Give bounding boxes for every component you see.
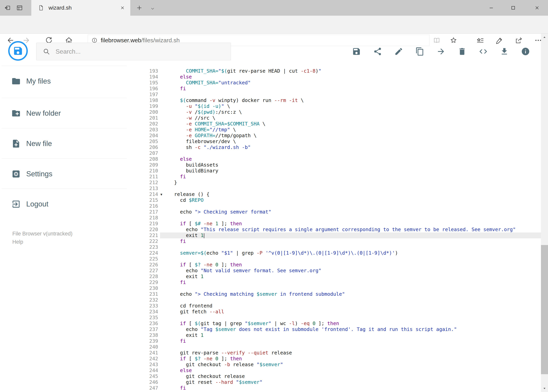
line-number: 236 <box>129 321 160 326</box>
delete-icon[interactable] <box>457 46 468 57</box>
code-line[interactable]: 195 COMMIT_SHA="untracked" <box>129 80 541 86</box>
code-line[interactable]: 208 else <box>129 156 541 162</box>
code-line[interactable]: 233 cd frontend <box>129 303 541 309</box>
line-number: 215 <box>129 197 160 203</box>
code-line[interactable]: 194 else <box>129 74 541 80</box>
edit-icon[interactable] <box>393 46 404 57</box>
page-scrollbar[interactable] <box>541 34 548 392</box>
web-note-pen-icon[interactable] <box>494 35 505 46</box>
maximize-icon[interactable] <box>502 0 524 16</box>
code-line[interactable]: 193 COMMIT_SHA="$(git rev-parse HEAD | c… <box>129 68 541 74</box>
code-line[interactable]: 220 echo "This release script requires a… <box>129 227 541 232</box>
line-number: 220 <box>129 227 160 232</box>
code-line[interactable]: 245 git checkout release <box>129 373 541 379</box>
sidebar-item-new-folder[interactable]: New folder <box>1 98 127 129</box>
fold-marker-icon[interactable]: ▾ <box>160 191 162 197</box>
code-line[interactable]: 221 exit 1 <box>129 232 541 238</box>
code-line[interactable]: 206 sh -c "./wizard.sh -b" <box>129 144 541 150</box>
code-line[interactable]: 212} <box>129 180 541 186</box>
scroll-down-icon[interactable] <box>541 385 548 392</box>
scrollbar-thumb[interactable] <box>541 245 548 374</box>
code-line[interactable]: 244 else <box>129 368 541 373</box>
share-page-icon[interactable] <box>513 35 524 46</box>
info-icon[interactable] <box>520 46 531 57</box>
code-line[interactable]: 243 git checkout -b release "$semver" <box>129 362 541 368</box>
settings-gear-icon <box>11 169 21 179</box>
close-icon[interactable] <box>526 0 548 16</box>
code-line[interactable]: 241 git rev-parse --verify --quiet relea… <box>129 350 541 356</box>
sidebar-item-logout[interactable]: Logout <box>1 189 127 219</box>
code-text: filebrowser/dev \ <box>160 139 541 144</box>
code-line[interactable]: 237 echo "Tag $semver does not exist in … <box>129 326 541 332</box>
move-icon[interactable] <box>436 46 446 57</box>
scroll-up-icon[interactable] <box>541 34 548 41</box>
download-icon[interactable] <box>499 46 510 57</box>
code-line[interactable]: 223 <box>129 244 541 250</box>
code-line[interactable]: 203 -e HOME="//tmp" \ <box>129 127 541 133</box>
code-line[interactable]: 247 fi <box>129 385 541 391</box>
code-line[interactable]: 210 buildBinary <box>129 168 541 174</box>
code-line[interactable]: 213 <box>129 186 541 191</box>
code-line[interactable]: 204 -e GOPATH=//tmp/gopath \ <box>129 133 541 139</box>
code-line[interactable]: 222 fi <box>129 238 541 244</box>
code-line[interactable]: 235 <box>129 315 541 321</box>
code-line[interactable]: 214▾release () { <box>129 191 541 197</box>
reading-view-icon[interactable] <box>431 35 442 46</box>
code-line[interactable]: 240 <box>129 344 541 350</box>
help-link[interactable]: Help <box>12 238 73 245</box>
code-line[interactable]: 211 fi <box>129 174 541 180</box>
sidebar-item-settings[interactable]: Settings <box>1 159 127 189</box>
code-line[interactable]: 230 <box>129 285 541 291</box>
code-line[interactable]: 236 if [ $(git tag | grep "$semver" | wc… <box>129 321 541 326</box>
new-tab-icon[interactable] <box>135 4 144 12</box>
code-line[interactable]: 227 echo "Not valid semver format. See s… <box>129 268 541 273</box>
tab-close-icon[interactable] <box>119 4 126 11</box>
sidebar-item-new-file[interactable]: New file <box>1 128 127 159</box>
code-line[interactable]: 234 git fetch --all <box>129 309 541 315</box>
code-line[interactable]: 219 if [ $# -ne 1 ]; then <box>129 221 541 227</box>
code-line[interactable]: 225 <box>129 256 541 262</box>
minimize-icon[interactable] <box>480 0 502 16</box>
save-icon[interactable] <box>351 46 362 57</box>
copy-icon[interactable] <box>414 46 425 57</box>
share-icon[interactable] <box>372 46 383 57</box>
sidebar-item-my-files[interactable]: My files <box>1 66 127 97</box>
search-input[interactable] <box>55 48 216 55</box>
code-line[interactable]: 209 buildAssets <box>129 162 541 168</box>
filebrowser-logo[interactable] <box>8 41 28 61</box>
code-icon[interactable] <box>478 46 489 57</box>
code-editor[interactable]: 193 COMMIT_SHA="$(git rev-parse HEAD | c… <box>129 68 541 392</box>
chevron-down-icon[interactable] <box>149 5 156 12</box>
code-line[interactable]: 215 cd $REPO <box>129 197 541 203</box>
tabs-preview-icon[interactable] <box>15 4 24 12</box>
line-number: 233 <box>129 303 160 309</box>
favorite-star-icon[interactable] <box>448 35 459 46</box>
code-line[interactable]: 228 exit 1 <box>129 273 541 280</box>
code-line[interactable]: 202 -e COMMIT_SHA=$COMMIT_SHA \ <box>129 121 541 127</box>
code-line[interactable]: 226 if [ $? -ne 0 ]; then <box>129 262 541 268</box>
code-line[interactable]: 232 <box>129 297 541 303</box>
code-line[interactable]: 231 echo "> Checking matching $semver in… <box>129 291 541 297</box>
code-line[interactable]: 199 -u "$(id -u)" \ <box>129 103 541 109</box>
code-line[interactable]: 196 fi <box>129 86 541 91</box>
code-line[interactable]: 239 fi <box>129 338 541 344</box>
code-line[interactable]: 201 -w //src \ <box>129 115 541 121</box>
code-line[interactable]: 218 <box>129 215 541 221</box>
code-line[interactable]: 224 semver=$(echo "$1" | grep -P '^v(0|[… <box>129 250 541 256</box>
code-line[interactable]: 216 <box>129 203 541 209</box>
code-line[interactable]: 229 fi <box>129 280 541 285</box>
search-box[interactable] <box>36 43 231 60</box>
browser-tab[interactable]: wizard.sh <box>31 0 130 16</box>
code-line[interactable]: 200 -v /$(pwd):/src:z \ <box>129 109 541 115</box>
code-line[interactable]: 242 if [ $? -ne 0 ]; then <box>129 356 541 362</box>
hub-favorites-icon[interactable] <box>475 35 486 46</box>
tab-title: wizard.sh <box>49 5 72 11</box>
code-line[interactable]: 238 exit 1 <box>129 332 541 338</box>
set-tabs-aside-icon[interactable] <box>3 4 12 12</box>
code-line[interactable]: 217 echo "> Checking semver format" <box>129 209 541 215</box>
code-line[interactable]: 207 <box>129 150 541 156</box>
code-line[interactable]: 205 filebrowser/dev \ <box>129 139 541 144</box>
code-line[interactable]: 246 git reset --hard "$semver" <box>129 379 541 385</box>
code-line[interactable]: 198 $(command -v winpty) docker run --rm… <box>129 98 541 103</box>
code-line[interactable]: 197 <box>129 91 541 98</box>
